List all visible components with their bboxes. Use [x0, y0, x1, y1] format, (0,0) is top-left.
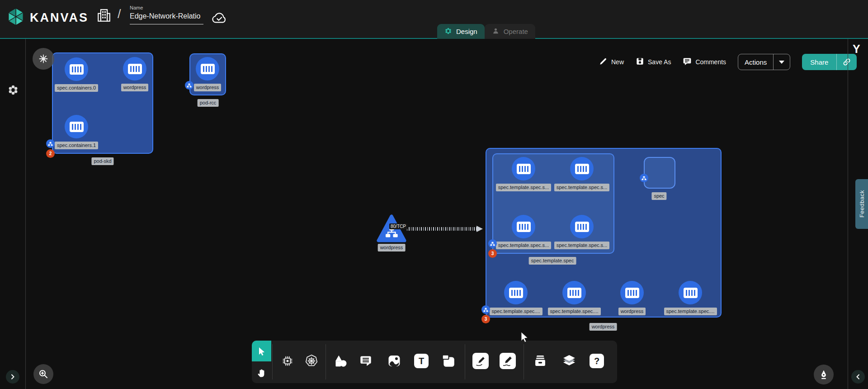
service-node-label: wordpress	[378, 244, 406, 251]
node-wordpress-pod-skd[interactable]: wordpress	[103, 57, 166, 91]
tab-operate[interactable]: Operate	[485, 24, 535, 39]
group-label-pod-skd: pod-skd	[91, 157, 113, 165]
container-icon	[504, 281, 528, 304]
canvas-toolbar: T	[252, 341, 617, 383]
tab-design[interactable]: Design	[437, 24, 485, 39]
save-as-button[interactable]: Save As	[636, 57, 671, 67]
cloud-saved-icon	[211, 10, 228, 27]
comments-button[interactable]: Comments	[683, 57, 726, 67]
node-label: spec.template.spec....	[490, 308, 542, 315]
save-icon	[636, 57, 644, 67]
image-tool[interactable]	[384, 351, 404, 371]
components-chip-tool[interactable]	[278, 351, 297, 371]
pencil-sketch-tool[interactable]	[498, 351, 518, 371]
actions-label: Actions	[738, 58, 773, 66]
freeze-overlay-icon[interactable]	[33, 48, 54, 70]
node-label: spec.template.spec....	[548, 308, 601, 315]
container-icon	[65, 57, 88, 81]
design-flower-icon	[444, 27, 452, 36]
frame-tool[interactable]	[439, 351, 458, 371]
tab-operate-label: Operate	[504, 28, 528, 35]
pencil-icon	[599, 57, 608, 67]
shapes-tool[interactable]	[330, 351, 350, 371]
service-edge-arrowhead	[476, 226, 483, 232]
help-tool[interactable]: ?	[587, 351, 607, 371]
tab-design-label: Design	[456, 28, 477, 35]
container-icon	[196, 57, 219, 81]
pod-skd-error-badge[interactable]: 2	[46, 149, 55, 158]
node-template-container-2[interactable]: spec.template.spec.s...	[550, 157, 613, 191]
node-label: spec.template.spec.s...	[496, 184, 552, 191]
meshery-swirl-icon[interactable]	[7, 84, 19, 98]
node-label: spec.template.spec.s...	[554, 184, 610, 191]
kanvas-logo-text: KANVAS	[30, 11, 89, 25]
zoom-in-button[interactable]	[33, 364, 53, 384]
node-label: wordpress	[618, 308, 646, 315]
node-bottom-4[interactable]: spec.template.spec....	[659, 281, 722, 315]
yaml-panel-toggle[interactable]: Y	[853, 43, 860, 56]
node-template-container-1[interactable]: spec.template.spec.s...	[492, 157, 555, 191]
kanvas-app: KANVAS / Name Edge-Network-Relatio	[0, 0, 868, 389]
share-label: Share	[802, 58, 836, 66]
node-bottom-2[interactable]: spec.template.spec....	[542, 281, 606, 315]
breadcrumb-separator: /	[118, 7, 121, 21]
new-button[interactable]: New	[599, 57, 624, 67]
node-label: spec.containers.1	[55, 142, 98, 149]
node-bottom-wordpress[interactable]: wordpress	[600, 281, 664, 315]
node-label: spec.template.spec.s...	[496, 242, 552, 249]
feedback-tab[interactable]: Feedback	[855, 179, 868, 229]
node-label: wordpress	[121, 84, 149, 91]
kubernetes-tool[interactable]	[302, 351, 321, 371]
group-label-spec-template-spec: spec.template.spec	[529, 257, 576, 265]
container-icon	[512, 157, 535, 180]
layers-tool[interactable]	[559, 351, 579, 371]
mode-tabs: Design Operate	[437, 24, 535, 39]
template-error-badge[interactable]: 3	[488, 249, 497, 258]
archive-drawer-tool[interactable]	[530, 351, 550, 371]
deployment-error-badge[interactable]: 3	[481, 315, 490, 323]
pod-rcc-kind-badge[interactable]	[185, 81, 193, 90]
container-icon	[570, 157, 594, 180]
node-spec-containers-0[interactable]: spec.containers.0	[45, 57, 108, 92]
node-label: spec.template.spec.s...	[554, 242, 610, 249]
node-template-container-3[interactable]: spec.template.spec.s...	[492, 215, 555, 249]
template-kind-badge[interactable]	[488, 239, 497, 248]
design-name-value[interactable]: Edge-Network-Relatio	[130, 12, 203, 20]
organization-icon[interactable]	[96, 7, 112, 25]
design-name-underline	[130, 24, 203, 24]
pan-tool-button[interactable]	[252, 362, 271, 383]
text-tool[interactable]: T	[411, 351, 431, 371]
pod-skd-kind-badge[interactable]	[46, 139, 55, 148]
design-pen-nib-button[interactable]	[814, 365, 834, 384]
collapse-right-panel-button[interactable]	[851, 370, 865, 384]
deployment-kind-badge[interactable]	[481, 305, 490, 314]
kanvas-logo-icon	[6, 6, 25, 29]
right-rail: Y Feedback	[848, 39, 868, 389]
service-edge[interactable]	[407, 227, 477, 231]
feedback-label: Feedback	[859, 190, 865, 218]
container-icon	[562, 281, 586, 304]
actions-split-button[interactable]: Actions	[738, 54, 790, 70]
node-template-container-4[interactable]: spec.template.spec.s...	[550, 215, 613, 249]
kanvas-logo[interactable]: KANVAS	[6, 6, 89, 29]
pen-tool[interactable]	[471, 351, 491, 371]
node-spec-empty[interactable]	[644, 157, 675, 189]
container-icon	[65, 115, 88, 138]
new-label: New	[611, 58, 624, 66]
service-edge-label: 80/TCP	[389, 223, 407, 229]
operate-person-icon	[492, 27, 500, 36]
expand-left-panel-button[interactable]	[6, 370, 19, 384]
left-rail	[0, 39, 26, 389]
group-label-wordpress: wordpress	[590, 323, 617, 331]
comments-label: Comments	[695, 58, 726, 66]
container-icon	[123, 57, 146, 81]
design-name-field[interactable]: Name Edge-Network-Relatio	[130, 5, 203, 24]
node-bottom-1[interactable]: spec.template.spec....	[484, 281, 547, 315]
comment-tool[interactable]	[356, 351, 376, 371]
select-tool-button[interactable]	[252, 341, 271, 361]
spec-kind-badge[interactable]	[640, 174, 648, 182]
node-label: wordpress	[194, 84, 222, 91]
container-icon	[570, 215, 594, 238]
help-glyph: ?	[594, 356, 599, 366]
actions-caret-icon[interactable]	[774, 61, 790, 64]
